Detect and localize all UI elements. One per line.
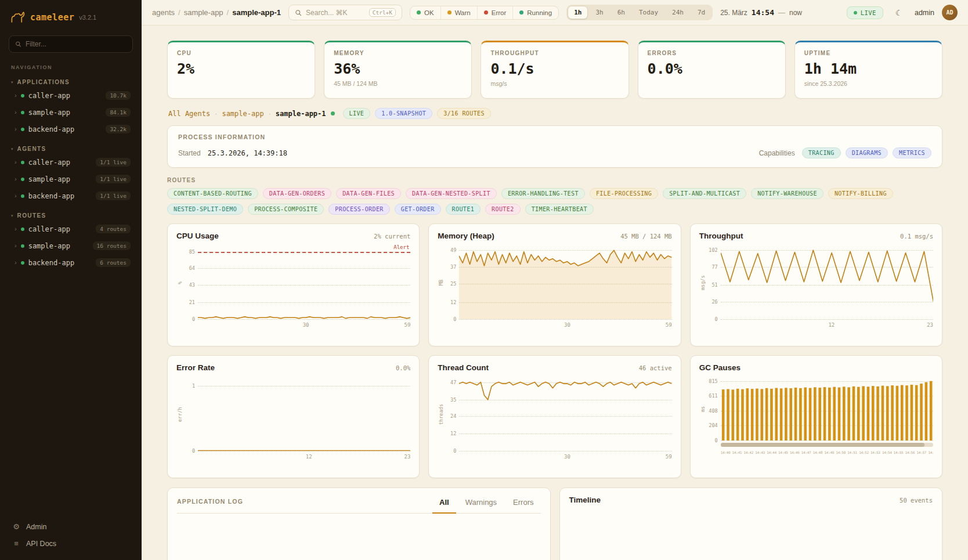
route-pill-route2[interactable]: ROUTE2 [485, 204, 521, 215]
status-dot [21, 94, 24, 97]
chart-plot [721, 378, 933, 440]
sidebar-section-header[interactable]: ▾APPLICATIONS [8, 79, 134, 86]
avatar[interactable]: AD [942, 5, 958, 20]
filter-chip-ok[interactable]: OK [410, 6, 440, 19]
caret-down-icon: ▾ [11, 214, 13, 218]
sidebar-item-routes-sample-app[interactable]: ›sample-app16 routes [8, 238, 134, 254]
time-range-24h[interactable]: 24h [666, 6, 690, 19]
camel-logo-icon [10, 9, 26, 25]
app-version: v3.2.1 [79, 14, 96, 21]
chart-plot [459, 378, 671, 451]
sidebar-section-header[interactable]: ▾ROUTES [8, 212, 134, 220]
agent-instance-name: sample-app-1 [276, 110, 326, 118]
x-axis-ticks: 1223 [198, 453, 410, 462]
stat-card-memory: MEMORY 36% 45 MB / 124 MB [324, 41, 472, 99]
chart-card-throughput: Throughput0.1 msg/smsg/s10277512601223 [690, 223, 942, 346]
item-label: caller-app [28, 225, 70, 233]
breadcrumb-sample-app[interactable]: sample-app [184, 8, 223, 17]
item-count-badge: 4 routes [96, 225, 131, 233]
chip-label: OK [424, 9, 434, 16]
sidebar-item-applications-backend-app[interactable]: ›backend-app32.2k [8, 121, 134, 137]
y-axis-ticks: 1027751260 [706, 246, 721, 319]
chart-line [198, 378, 410, 451]
sidebar-filter [9, 35, 133, 53]
chart-current-value: 45 MB / 124 MB [620, 233, 672, 240]
global-search[interactable]: Search... ⌘K Ctrl+K [288, 5, 402, 20]
app-logo[interactable]: cameleer v3.2.1 [8, 9, 134, 25]
filter-input[interactable] [26, 40, 127, 48]
sidebar-section-header[interactable]: ▾AGENTS [8, 146, 134, 153]
sidebar-item-agents-caller-app[interactable]: ›caller-app1/1 live [8, 154, 134, 170]
y-axis-label: MB [438, 246, 444, 319]
sidebar-item-routes-caller-app[interactable]: ›caller-app4 routes [8, 221, 134, 237]
stat-card-cpu: CPU 2% [167, 41, 315, 99]
sidebar: cameleer v3.2.1 NAVIGATION ▾APPLICATIONS… [0, 0, 142, 560]
gear-icon: ⚙ [12, 522, 20, 531]
live-status-badge[interactable]: LIVE [847, 6, 883, 19]
application-log-card: APPLICATION LOG AllWarningsErrors [167, 487, 551, 560]
time-range-1h[interactable]: 1h [568, 6, 588, 19]
chart-plot [198, 378, 410, 451]
capability-diagrams[interactable]: DIAGRAMS [846, 147, 888, 158]
chip-label: Running [527, 9, 552, 16]
search-shortcut-key: Ctrl+K [369, 8, 396, 17]
time-range-7d[interactable]: 7d [691, 6, 711, 19]
route-pill-timer-heartbeat[interactable]: TIMER-HEARTBEAT [525, 204, 594, 215]
log-tab-all[interactable]: All [432, 496, 456, 514]
breadcrumb-agents[interactable]: agents [152, 8, 175, 17]
admin-link[interactable]: ⚙ Admin [8, 518, 134, 535]
app-name: cameleer [30, 12, 74, 23]
capability-tracing[interactable]: TRACING [802, 147, 841, 158]
route-pill-notify-billing[interactable]: NOTIFY-BILLING [828, 188, 893, 199]
log-tab-warnings[interactable]: Warnings [458, 496, 504, 514]
route-pill-process-composite[interactable]: PROCESS-COMPOSITE [248, 204, 324, 215]
breadcrumb-separator: / [178, 8, 180, 17]
time-range-6h[interactable]: 6h [611, 6, 631, 19]
stat-card-errors: ERRORS 0.0% [638, 41, 786, 99]
filter-chip-error[interactable]: Error [477, 6, 513, 19]
chart-card-memory-heap: Memory (Heap)45 MB / 124 MBMB49372512030… [428, 223, 681, 346]
y-axis-ticks: 8156114082040 [706, 378, 721, 440]
time-range-today[interactable]: Today [633, 6, 664, 19]
route-pill-split-and-multicast[interactable]: SPLIT-AND-MULTICAST [663, 188, 746, 199]
filter-chip-warn[interactable]: Warn [440, 6, 477, 19]
capability-metrics[interactable]: METRICS [893, 147, 931, 158]
datetime-display[interactable]: 25. März 14:54 — now [720, 8, 802, 17]
caret-down-icon: ▾ [11, 147, 13, 151]
route-pill-data-gen-nested-split[interactable]: DATA-GEN-NESTED-SPLIT [406, 188, 497, 199]
route-pill-get-order[interactable]: GET-ORDER [395, 204, 441, 215]
scrollbar-thumb[interactable] [721, 443, 925, 447]
sidebar-footer: ⚙ Admin ≡ API Docs [8, 511, 134, 552]
item-label: caller-app [28, 92, 70, 100]
route-pill-notify-warehouse[interactable]: NOTIFY-WAREHOUSE [751, 188, 823, 199]
agent-app-link[interactable]: sample-app [222, 110, 263, 118]
chevron-right-icon: › [15, 193, 17, 199]
route-pill-process-order[interactable]: PROCESS-ORDER [328, 204, 389, 215]
admin-label: Admin [26, 523, 46, 531]
search-icon [295, 9, 302, 16]
started-label: Started [178, 149, 201, 157]
all-agents-link[interactable]: All Agents [168, 110, 210, 118]
api-docs-link[interactable]: ≡ API Docs [8, 535, 134, 552]
section-label: ROUTES [17, 212, 46, 219]
log-tab-errors[interactable]: Errors [506, 496, 540, 514]
sidebar-item-applications-sample-app[interactable]: ›sample-app84.1k [8, 104, 134, 120]
sidebar-item-agents-sample-app[interactable]: ›sample-app1/1 live [8, 171, 134, 187]
sidebar-item-applications-caller-app[interactable]: ›caller-app10.7k [8, 88, 134, 103]
time-range-3h[interactable]: 3h [589, 6, 609, 19]
item-count-badge: 16 routes [93, 241, 131, 250]
sidebar-item-routes-backend-app[interactable]: ›backend-app6 routes [8, 255, 134, 270]
dark-mode-toggle[interactable]: ☾ [891, 5, 907, 21]
filter-chip-running[interactable]: Running [512, 6, 558, 19]
time-label: 14:54 [752, 8, 774, 17]
route-pill-nested-split-demo[interactable]: NESTED-SPLIT-DEMO [167, 204, 243, 215]
route-pill-content-based-routing[interactable]: CONTENT-BASED-ROUTING [167, 188, 258, 199]
route-pill-error-handling-test[interactable]: ERROR-HANDLING-TEST [501, 188, 585, 199]
route-pill-route1[interactable]: ROUTE1 [446, 204, 481, 215]
route-pill-data-gen-files[interactable]: DATA-GEN-FILES [336, 188, 401, 199]
chart-scrollbar[interactable] [721, 443, 933, 447]
route-pill-file-processing[interactable]: FILE-PROCESSING [590, 188, 658, 199]
chevron-right-icon: › [15, 243, 17, 249]
route-pill-data-gen-orders[interactable]: DATA-GEN-ORDERS [263, 188, 331, 199]
sidebar-item-agents-backend-app[interactable]: ›backend-app1/1 live [8, 188, 134, 204]
